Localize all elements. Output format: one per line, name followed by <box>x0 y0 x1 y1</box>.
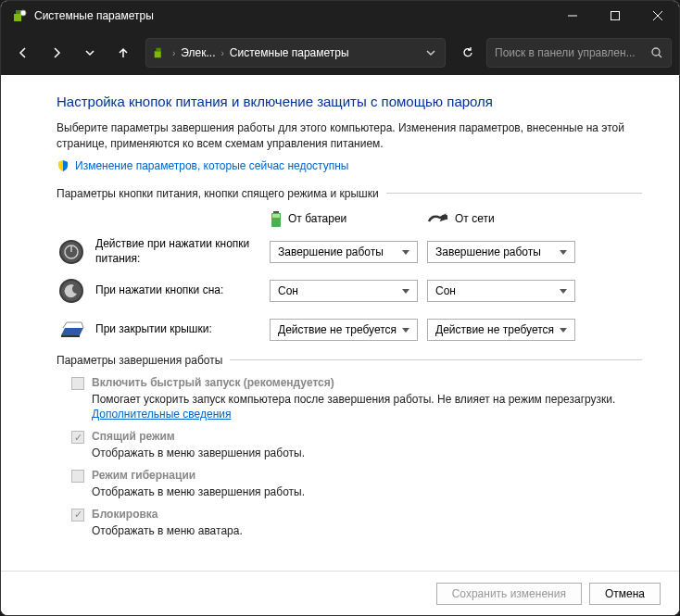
svg-rect-11 <box>273 211 279 213</box>
lid-close-row: При закрытии крышки: Действие не требует… <box>57 315 642 345</box>
hibernate-checkbox[interactable] <box>71 470 84 483</box>
sleep-button-label: При нажатии кнопки сна: <box>95 283 270 298</box>
change-settings-link-row: Изменение параметров, которые сейчас нед… <box>57 159 642 172</box>
forward-button[interactable] <box>42 38 71 68</box>
power-button-row: Действие при нажатии кнопки питания: Зав… <box>57 237 642 267</box>
sleep-checkbox[interactable] <box>71 431 84 444</box>
power-button-label: Действие при нажатии кнопки питания: <box>95 237 270 266</box>
breadcrumb-seg-1[interactable]: Элек... <box>181 46 215 59</box>
svg-rect-14 <box>442 215 447 220</box>
lock-check-label: Блокировка <box>92 508 158 521</box>
back-button[interactable] <box>8 38 38 68</box>
window-controls <box>551 1 679 31</box>
lock-check-desc: Отображать в меню аватара. <box>92 523 642 539</box>
shutdown-group-header: Параметры завершения работы <box>57 354 642 367</box>
svg-point-2 <box>20 10 26 16</box>
sleep-button-icon <box>57 276 86 306</box>
search-input[interactable]: Поиск в панели управлен... <box>486 38 672 68</box>
svg-point-9 <box>652 48 660 56</box>
save-button[interactable]: Сохранить изменения <box>436 583 582 605</box>
lid-close-label: При закрытии крышки: <box>95 322 270 337</box>
hibernate-check-label: Режим гибернации <box>92 469 195 482</box>
more-info-link[interactable]: Дополнительные сведения <box>92 408 231 421</box>
recent-dropdown[interactable] <box>75 38 105 68</box>
search-placeholder: Поиск в панели управлен... <box>495 46 650 59</box>
fast-startup-label: Включить быстрый запуск (рекомендуется) <box>92 376 334 389</box>
minimize-button[interactable] <box>551 1 594 31</box>
app-icon <box>12 8 27 23</box>
hibernate-check-row: Режим гибернации <box>71 469 642 483</box>
up-button[interactable] <box>108 38 138 68</box>
address-dropdown[interactable] <box>422 48 439 57</box>
refresh-button[interactable] <box>453 38 483 68</box>
address-bar[interactable]: › Элек... › Системные параметры <box>145 38 446 68</box>
navbar: › Элек... › Системные параметры Поиск в … <box>1 31 679 75</box>
window-title: Системные параметры <box>34 9 551 22</box>
window: Системные параметры › Элек... › Системны… <box>0 0 680 616</box>
fast-startup-checkbox[interactable] <box>71 377 84 390</box>
close-button[interactable] <box>636 1 679 31</box>
svg-rect-7 <box>155 51 161 57</box>
fast-startup-check-row: Включить быстрый запуск (рекомендуется) <box>71 376 642 390</box>
sleep-battery-select[interactable]: Сон <box>270 280 418 302</box>
lid-plugged-select[interactable]: Действие не требуется <box>427 319 575 341</box>
svg-rect-0 <box>14 14 21 21</box>
column-headers: От батареи От сети <box>57 209 642 228</box>
fast-startup-desc: Помогает ускорить запуск компьютера посл… <box>92 392 642 423</box>
sleep-check-desc: Отображать в меню завершения работы. <box>92 446 642 461</box>
lock-checkbox[interactable] <box>71 509 84 522</box>
hibernate-check-desc: Отображать в меню завершения работы. <box>92 484 642 500</box>
titlebar: Системные параметры <box>1 1 679 31</box>
breadcrumb-seg-2[interactable]: Системные параметры <box>230 46 349 59</box>
battery-icon <box>270 209 283 228</box>
intro-text: Выберите параметры завершения работы для… <box>57 120 642 152</box>
maximize-button[interactable] <box>594 1 636 31</box>
chevron-right-icon: › <box>221 48 224 58</box>
lid-battery-select[interactable]: Действие не требуется <box>270 319 418 341</box>
battery-column-header: От батареи <box>270 209 427 228</box>
search-icon <box>650 46 663 59</box>
buttons-group-header: Параметры кнопки питания, кнопки спящего… <box>57 187 642 200</box>
chevron-right-icon: › <box>172 48 175 58</box>
page-title: Настройка кнопок питания и включение защ… <box>57 94 642 109</box>
change-settings-link[interactable]: Изменение параметров, которые сейчас нед… <box>75 159 349 172</box>
svg-rect-4 <box>611 12 620 20</box>
plug-icon <box>427 212 449 225</box>
content-area: Настройка кнопок питания и включение защ… <box>1 75 679 571</box>
svg-line-10 <box>659 55 661 57</box>
sleep-plugged-select[interactable]: Сон <box>427 280 575 302</box>
power-battery-select[interactable]: Завершение работы <box>270 241 418 263</box>
footer: Сохранить изменения Отмена <box>1 571 679 615</box>
lock-check-row: Блокировка <box>71 508 642 522</box>
sleep-check-row: Спящий режим <box>71 430 642 444</box>
svg-rect-13 <box>272 214 280 218</box>
sleep-button-row: При нажатии кнопки сна: Сон Сон <box>57 276 642 306</box>
svg-rect-8 <box>157 48 161 52</box>
shield-icon <box>57 159 69 172</box>
sleep-check-label: Спящий режим <box>92 430 175 443</box>
power-options-icon <box>152 45 167 60</box>
plugged-column-header: От сети <box>427 209 585 228</box>
power-button-icon <box>57 237 86 267</box>
cancel-button[interactable]: Отмена <box>589 583 661 605</box>
power-plugged-select[interactable]: Завершение работы <box>427 241 575 263</box>
lid-icon <box>57 315 86 345</box>
